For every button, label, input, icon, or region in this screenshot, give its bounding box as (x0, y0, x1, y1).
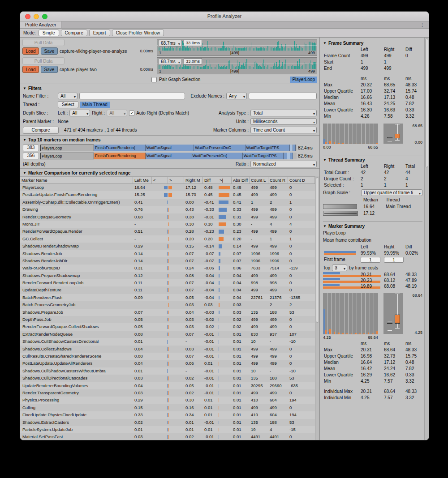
frame-time-bar[interactable] (226, 47, 227, 51)
frame-time-bar[interactable] (228, 66, 228, 69)
table-row[interactable]: Shadows.RenderShadowMap0.290.15-0.140.14… (20, 243, 315, 250)
frame-time-bar[interactable] (313, 43, 314, 51)
table-row[interactable]: RenderForwardOpaque.CollectShadows0.050.… (20, 323, 315, 330)
frame-time-bar[interactable] (180, 47, 181, 51)
frame-time-bar[interactable] (204, 47, 205, 51)
marker-segment[interactable]: WaitForPresentOn( (191, 153, 242, 159)
frame-time-bar[interactable] (315, 43, 316, 51)
marker-segment[interactable]: WaitForTargetFPS (243, 153, 284, 159)
frame-time-bar[interactable] (309, 63, 309, 69)
table-row[interactable]: PostLateUpdate.FinishFrameRendering15.25… (20, 191, 315, 198)
table-row[interactable]: ParticleSystem.UpdateJob0.010.010.010.01… (20, 426, 315, 433)
frame-time-bar[interactable] (185, 47, 185, 51)
frame-index-button[interactable]: 356 (23, 153, 39, 159)
foldout-icon[interactable]: ▼ (23, 171, 26, 175)
table-row[interactable]: GC.Collect-0.200.200.20-11 (20, 235, 315, 243)
frame-time-bar[interactable] (244, 66, 245, 69)
pair-graph-checkbox[interactable] (151, 77, 157, 82)
frame-time-bar[interactable] (223, 66, 224, 69)
frame-time-bar[interactable] (260, 47, 261, 51)
table-row[interactable]: Material.SetPassFast0.030.02-0.010.01449… (20, 433, 315, 440)
foldout-icon[interactable]: ▼ (323, 41, 327, 45)
first-frame-left-button[interactable]: 1 (361, 257, 380, 263)
frame-time-bar[interactable] (293, 66, 293, 69)
frame-time-bar[interactable] (207, 60, 207, 69)
marker-segment[interactable]: FinishFrameRendering (94, 153, 145, 159)
frame-time-bar[interactable] (178, 64, 178, 69)
table-row[interactable]: Assembly-CSharp.dll!::Collectable.OnTrig… (20, 199, 315, 206)
frame-time-bar[interactable] (190, 66, 190, 69)
frame-time-bar[interactable] (201, 47, 202, 51)
pull-data-button[interactable]: Pull Data (22, 57, 65, 64)
frame-time-bar[interactable] (252, 47, 252, 51)
frame-time-bar[interactable] (310, 42, 310, 51)
frame-time-bar[interactable] (224, 46, 225, 51)
frame-time-bar[interactable] (254, 62, 254, 69)
marker-segment[interactable] (290, 153, 293, 159)
ratio-dropdown[interactable]: Normalized (250, 161, 317, 167)
frame-time-bar[interactable] (250, 66, 250, 69)
frame-time-bar[interactable] (292, 65, 293, 69)
load-button[interactable]: Load (22, 66, 39, 73)
frame-time-bar[interactable] (295, 47, 296, 51)
scrollbar-thumb[interactable] (425, 38, 428, 167)
top-cost-row[interactable]: 20.3168.6448.33 (323, 272, 422, 277)
export-button[interactable]: Export (89, 30, 110, 36)
table-row[interactable]: DepthPass.Job0.050.03-0.020.024994990 (20, 316, 315, 323)
frame-time-bar[interactable] (217, 47, 217, 51)
marker-segment[interactable] (287, 153, 290, 159)
kebab-menu-icon[interactable]: ⋮ (416, 21, 429, 28)
frame-time-bar[interactable] (216, 65, 216, 69)
frame-time-bar[interactable] (257, 64, 258, 69)
frame-time-bar[interactable] (313, 62, 314, 69)
frame-time-bar[interactable] (251, 43, 251, 51)
frame-time-bar[interactable] (196, 47, 196, 51)
table-row[interactable]: Shadows.PrepareJob0.070.04-0.030.0313518… (20, 309, 315, 316)
thread-select-button[interactable]: Select (58, 101, 78, 108)
frame-time-bar[interactable] (205, 65, 206, 69)
table-row[interactable]: PostLateUpdate.UpdateAllRenderers0.040.0… (20, 360, 315, 367)
column-header[interactable]: Marker Name (20, 177, 133, 184)
frame-time-bar[interactable] (215, 47, 215, 51)
table-row[interactable]: Render.OpaqueGeometry0.680.38-0.310.3149… (20, 213, 315, 221)
right-panel-scrollbar[interactable] (424, 38, 429, 440)
marker-segment[interactable]: WaitForSignal (146, 153, 192, 159)
frame-time-bar[interactable] (305, 43, 305, 51)
frame-time-bar[interactable] (255, 61, 255, 69)
frame-time-bar[interactable] (183, 64, 184, 69)
frame-time-bar[interactable] (290, 46, 290, 51)
frame-time-bar[interactable] (299, 46, 300, 51)
close-profiler-window-button[interactable]: Close Profiler Window (112, 30, 164, 36)
frame-time-bar[interactable] (276, 62, 276, 69)
frame-time-bar[interactable] (203, 66, 203, 69)
foldout-icon[interactable]: ▼ (23, 86, 26, 90)
column-header[interactable]: < (152, 177, 168, 184)
frame-time-bar[interactable] (233, 66, 233, 69)
table-row[interactable]: FixedUpdate.PhysicsFixedUpdate0.330.340.… (20, 411, 315, 418)
top-cost-row[interactable]: 20.2368.1247.89 (323, 277, 422, 283)
frame-time-bar[interactable] (307, 63, 307, 69)
save-button[interactable]: Save (41, 47, 58, 55)
frame-time-bar[interactable] (226, 66, 227, 69)
frame-time-bar[interactable] (231, 66, 231, 69)
frame-time-bar[interactable] (192, 47, 192, 51)
foldout-icon[interactable]: ▼ (23, 138, 26, 142)
auto-right-checkbox[interactable]: ✓ (129, 111, 134, 116)
frame-time-bar[interactable] (188, 66, 189, 69)
table-row[interactable]: WaitForJobGroupID0.310.24-0.060.06763375… (20, 265, 315, 272)
frame-time-bar[interactable] (233, 45, 233, 51)
frame-time-bar[interactable] (271, 47, 271, 51)
frame-time-bar[interactable] (294, 66, 294, 69)
frame-time-bar[interactable] (311, 64, 311, 69)
frame-time-bar[interactable] (236, 66, 237, 69)
minimize-window-button[interactable] (34, 14, 39, 19)
column-header[interactable]: Right M (184, 177, 203, 184)
column-header[interactable]: Left Me (133, 177, 152, 184)
table-row[interactable]: Physics.Processing0.290.300.010.01410604… (20, 397, 315, 404)
frame-time-bar[interactable] (200, 47, 200, 51)
frame-time-bar[interactable] (287, 66, 287, 69)
top-cost-row[interactable]: 19.8968.0848.19 (323, 283, 422, 289)
frame-time-bar[interactable] (263, 63, 263, 69)
frame-time-bar[interactable] (168, 46, 169, 51)
depth-left-dropdown[interactable]: All (69, 110, 90, 116)
